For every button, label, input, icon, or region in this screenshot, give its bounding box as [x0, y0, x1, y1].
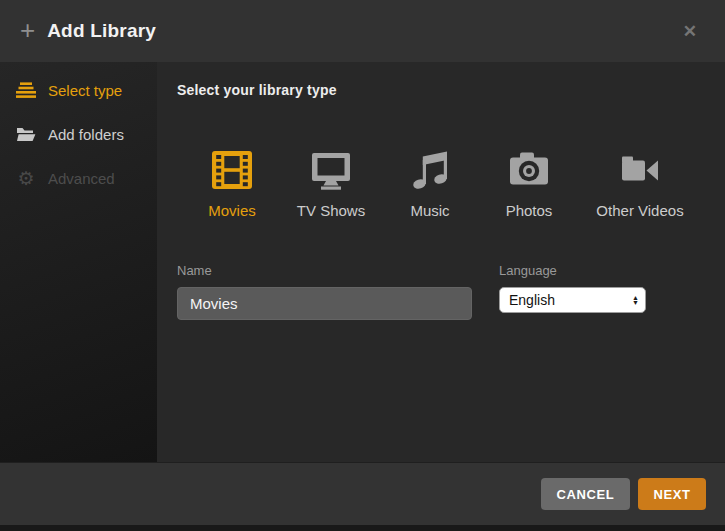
- type-option-music[interactable]: Music: [387, 144, 473, 219]
- add-library-dialog: + Add Library ✕ Select type: [0, 0, 725, 531]
- close-button[interactable]: ✕: [675, 19, 705, 44]
- type-option-photos[interactable]: Photos: [486, 144, 572, 219]
- dialog-sidebar: Select type Add folders ⚙ Advanced: [0, 62, 157, 462]
- sidebar-item-add-folders[interactable]: Add folders: [0, 112, 157, 156]
- type-option-movies[interactable]: Movies: [189, 144, 275, 219]
- folder-icon: [15, 126, 37, 142]
- language-field-label: Language: [499, 263, 649, 278]
- music-note-icon: [408, 144, 452, 192]
- close-icon: ✕: [683, 22, 697, 41]
- plus-icon: +: [20, 17, 35, 43]
- type-option-tv-shows[interactable]: TV Shows: [288, 144, 374, 219]
- sidebar-item-advanced: ⚙ Advanced: [0, 156, 157, 200]
- type-option-other-videos[interactable]: Other Videos: [585, 144, 695, 219]
- list-lines-icon: [15, 82, 37, 98]
- cancel-button[interactable]: CANCEL: [541, 478, 630, 510]
- chevron-updown-icon: ▲ ▼: [632, 295, 639, 305]
- fields-row: Name Language English ▲ ▼: [177, 263, 725, 320]
- language-select[interactable]: English ▲ ▼: [499, 287, 646, 313]
- library-type-picker: Movies TV Shows: [177, 144, 725, 219]
- name-field-block: Name: [177, 263, 472, 320]
- type-label: Music: [410, 202, 449, 219]
- gear-icon: ⚙: [15, 169, 37, 188]
- sidebar-item-label: Add folders: [48, 126, 124, 143]
- sidebar-item-label: Advanced: [48, 170, 115, 187]
- video-camera-icon: [617, 144, 663, 192]
- dialog-header: + Add Library ✕: [0, 0, 725, 62]
- main-panel: Select your library type: [157, 62, 725, 462]
- camera-icon: [507, 144, 551, 192]
- section-heading: Select your library type: [177, 82, 725, 98]
- type-label: Movies: [208, 202, 256, 219]
- tv-icon: [308, 144, 354, 192]
- sidebar-item-select-type[interactable]: Select type: [0, 68, 157, 112]
- page-title: Add Library: [47, 20, 156, 42]
- film-icon: [209, 144, 255, 192]
- language-field-block: Language English ▲ ▼: [499, 263, 649, 313]
- type-label: TV Shows: [297, 202, 365, 219]
- name-field-label: Name: [177, 263, 472, 278]
- name-input[interactable]: [177, 287, 472, 320]
- sidebar-item-label: Select type: [48, 82, 122, 99]
- next-button[interactable]: NEXT: [638, 478, 706, 510]
- type-label: Other Videos: [596, 202, 683, 219]
- bottom-strip: [0, 525, 725, 531]
- language-selected-value: English: [509, 292, 555, 308]
- type-label: Photos: [506, 202, 553, 219]
- dialog-footer: CANCEL NEXT: [0, 462, 725, 525]
